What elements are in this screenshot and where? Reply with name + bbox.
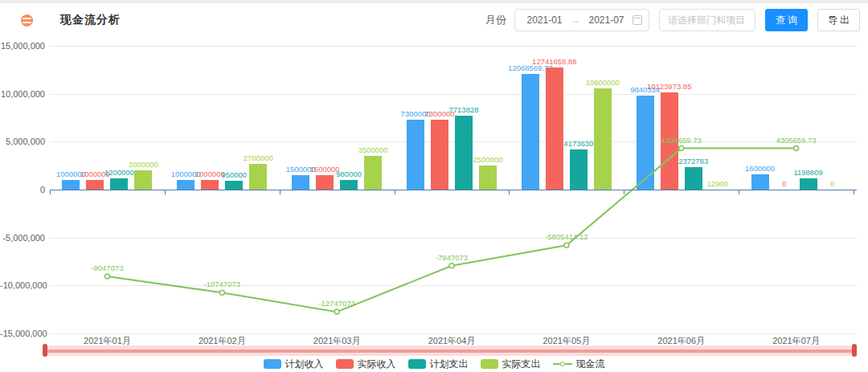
export-button[interactable]: 导出 [817,9,860,31]
cashflow-chart: 15,000,00010,000,0005,000,0000-5,000,000… [0,0,868,372]
line-value-label: -10747073 [186,280,258,288]
department-project-input[interactable] [659,9,755,31]
x-axis-tick [165,190,166,194]
x-axis-line [50,190,857,190]
line-point[interactable] [219,290,224,295]
data-zoom-slider[interactable] [44,345,855,356]
title-wrap: 现金流分析 [21,13,121,27]
x-axis-tick [624,190,624,194]
line-point[interactable] [679,146,684,151]
line-point[interactable] [564,243,569,247]
line-point[interactable] [104,274,109,279]
line-value-label: -7947073 [416,253,488,262]
line-value-label: 4305659.73 [645,136,718,145]
line-point[interactable] [334,309,339,314]
date-start[interactable]: 2021-01 [522,14,567,26]
line-value-label: -5805414.12 [530,232,603,241]
query-button[interactable]: 查询 [765,9,808,31]
calendar-icon [633,15,642,25]
x-axis-tick [509,190,510,194]
header-controls: 月份 2021-01 → 2021-07 查询 导出 [485,9,860,31]
legend-swatch-icon [264,359,281,369]
x-axis-tick [854,190,854,194]
line-value-label: -9047073 [71,264,143,272]
x-axis-tick [739,190,739,194]
legend-label: 现金流 [576,358,605,371]
legend-item-现金流[interactable]: 现金流 [553,358,605,371]
legend-item-计划支出[interactable]: 计划支出 [408,358,469,371]
date-range-arrow-icon: → [571,14,580,26]
legend-item-实际收入[interactable]: 实际收入 [336,358,396,371]
date-range-picker[interactable]: 2021-01 → 2021-07 [514,9,649,31]
legend-label: 实际收入 [358,358,396,371]
legend-label: 实际支出 [502,358,541,371]
legend-label: 计划支出 [430,358,469,371]
header: 现金流分析 月份 2021-01 → 2021-07 查询 导出 [0,3,868,37]
x-axis-tick [280,190,280,194]
legend-swatch-icon [336,359,354,369]
page-title: 现金流分析 [60,13,121,27]
month-label: 月份 [485,13,506,27]
legend-item-实际支出[interactable]: 实际支出 [481,358,541,371]
legend-line-icon [553,363,572,365]
x-axis-tick [395,190,395,194]
x-axis-tick [50,190,51,194]
line-value-label: 4305659.73 [760,136,833,145]
date-end[interactable]: 2021-07 [583,14,629,26]
cashflow-coin-icon [21,14,33,27]
legend-swatch-icon [408,359,426,369]
line-value-label: -12747073 [301,299,373,308]
legend-label: 计划收入 [285,358,324,371]
data-zoom-shadow [47,350,853,353]
cashflow-line [0,0,868,372]
line-point[interactable] [449,264,454,268]
legend-swatch-icon [481,359,498,369]
legend-item-计划收入[interactable]: 计划收入 [264,358,324,371]
data-zoom-handle-right[interactable] [852,344,857,357]
cashflow-analysis-page: 现金流分析 月份 2021-01 → 2021-07 查询 导出 15,000,… [0,0,868,372]
line-point[interactable] [794,146,799,151]
chart-legend: 计划收入实际收入计划支出实际支出现金流 [0,358,868,370]
data-zoom-handle-left[interactable] [43,344,47,357]
